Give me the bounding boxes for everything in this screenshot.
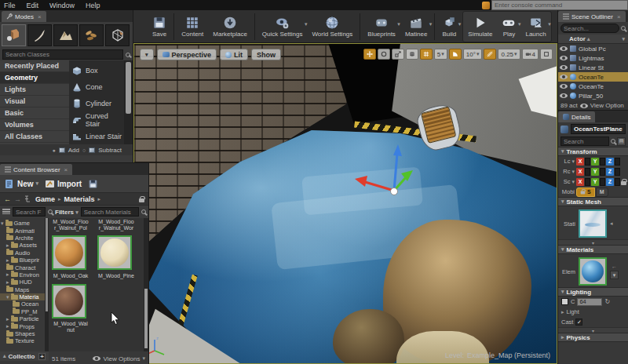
chevron-down-icon[interactable]: ▾ <box>548 21 551 27</box>
visibility-eye-icon[interactable] <box>560 65 568 70</box>
matinee-button[interactable]: Matinee ▾ <box>400 12 432 42</box>
import-button[interactable]: Import <box>45 179 82 189</box>
blueprints-button[interactable]: Blueprints ▾ <box>363 12 400 42</box>
x-value-field[interactable] <box>585 158 590 166</box>
outliner-row[interactable]: Pillar_50 <box>558 91 628 100</box>
mode-foliage-button[interactable] <box>79 24 104 46</box>
category-volumes[interactable]: Volumes <box>0 119 69 131</box>
outliner-search-input[interactable] <box>560 24 619 33</box>
lock-sources-icon[interactable] <box>139 198 144 202</box>
world-settings-button[interactable]: World Settings <box>307 12 357 42</box>
z-value-field[interactable] <box>615 178 620 186</box>
category-visual[interactable]: Visual <box>0 96 69 107</box>
asset-label[interactable]: M_Wood_Oak <box>50 273 91 279</box>
folder-item[interactable]: Audio <box>0 249 45 257</box>
breadcrumb-materials[interactable]: Materials <box>64 195 95 203</box>
brush-add-label[interactable]: Add <box>68 147 79 154</box>
asset-thumbnail-pine[interactable] <box>97 235 132 270</box>
build-button[interactable]: Build ▾ <box>437 12 461 42</box>
use-selected-icon[interactable]: ← <box>612 264 617 269</box>
folder-item[interactable]: Ocean <box>0 300 45 308</box>
folder-item[interactable]: Shapes <box>0 330 45 337</box>
outliner-row[interactable]: Linear St <box>558 63 628 72</box>
mode-geometry-button[interactable] <box>105 24 130 46</box>
reset-icon[interactable]: ↻ <box>604 298 610 305</box>
material-dropdown-button[interactable]: ▾ <box>610 271 619 279</box>
surface-snap-button[interactable] <box>406 49 418 60</box>
save-all-icon[interactable] <box>88 179 98 189</box>
save-button[interactable]: Save <box>148 12 171 42</box>
geometry-item-box[interactable]: Box <box>69 62 124 78</box>
lighting-section-header[interactable]: ▾ Lighting <box>558 287 628 297</box>
cast-shadows-checkbox[interactable]: ✓ <box>575 318 582 326</box>
y-value-field[interactable] <box>600 178 605 186</box>
scale-snap-value[interactable]: 0.25▾ <box>498 49 520 60</box>
asset-thumbnail-walnut[interactable] <box>52 284 86 318</box>
actor-name-field[interactable]: OceanTestPlane <box>571 124 626 134</box>
viewport-3d[interactable]: z Level: Example_Map (Persistent) ▾ Pers… <box>133 43 557 364</box>
material-thumbnail[interactable] <box>579 257 607 286</box>
scene-outliner-tab[interactable]: Scene Outliner × <box>558 11 626 22</box>
browse-left-icon[interactable]: ◂ <box>610 220 613 227</box>
geometry-item-linear-stair[interactable]: Linear Stair <box>69 128 124 144</box>
folder-item[interactable]: Maps <box>0 286 45 293</box>
details-display-button[interactable]: ▤ <box>617 137 626 146</box>
perspective-button[interactable]: Perspective <box>157 49 217 60</box>
asset-label[interactable]: M_Wood_Pine <box>96 273 137 279</box>
mode-paint-button[interactable] <box>27 24 52 46</box>
lock-scale-icon[interactable] <box>621 181 626 185</box>
geometry-item-cylinder[interactable]: Cylinder <box>69 95 124 111</box>
content-button[interactable]: Content <box>177 12 208 42</box>
lightmap-resolution-field[interactable]: 64 <box>577 298 602 306</box>
outliner-view-options[interactable]: View Option <box>590 102 624 109</box>
category-all-classes[interactable]: All Classes <box>0 131 69 143</box>
scale-tool-button[interactable] <box>392 49 404 60</box>
lightmass-settings-row[interactable]: ▸ Light <box>558 307 628 317</box>
details-search-input[interactable] <box>560 136 609 146</box>
category-basic[interactable]: Basic <box>0 107 69 119</box>
folder-item[interactable]: ▸Props <box>0 322 45 329</box>
folder-item[interactable]: ▸Blueprir <box>0 257 45 264</box>
search-assets-input[interactable] <box>81 207 139 217</box>
folder-item[interactable]: ▸Particle <box>0 315 45 322</box>
visibility-eye-icon[interactable] <box>560 75 568 79</box>
z-value-field[interactable] <box>615 158 620 166</box>
asset-label[interactable]: M_Wood_Floo r_Walnut_Pol <box>50 219 91 231</box>
folder-item[interactable]: Archite <box>0 235 45 242</box>
details-tab[interactable]: Details <box>558 111 595 122</box>
lit-button[interactable]: Lit <box>220 49 248 60</box>
geometry-item-cone[interactable]: Cone <box>69 78 124 95</box>
show-button[interactable]: Show <box>251 49 281 60</box>
sources-toggle-icon[interactable] <box>2 209 10 216</box>
filter-icon[interactable]: ▾ <box>622 36 625 42</box>
z-value-field[interactable] <box>615 168 620 176</box>
filters-button[interactable]: Filters ▾ <box>55 209 78 216</box>
new-asset-button[interactable]: New ▾ <box>5 179 38 189</box>
modes-close-icon[interactable]: × <box>38 13 42 20</box>
modes-tab[interactable]: Modes × <box>2 11 46 22</box>
visibility-eye-icon[interactable] <box>560 93 568 98</box>
mode-landscape-button[interactable] <box>53 24 78 46</box>
category-lights[interactable]: Lights <box>0 84 69 96</box>
asset-thumbnail-oak[interactable] <box>52 235 86 270</box>
mobility-movable-button[interactable]: M <box>596 187 608 197</box>
add-collection-button[interactable]: + <box>38 353 46 360</box>
grid-snap-value[interactable]: 5▾ <box>434 49 447 60</box>
asset-grid-scrollbar[interactable] <box>144 218 148 351</box>
visibility-eye-icon[interactable] <box>560 56 568 60</box>
radio-off-icon[interactable]: ○ <box>82 147 86 153</box>
camera-speed-button[interactable]: 4 <box>522 49 539 60</box>
transform-section-header[interactable]: ▾ Transform <box>558 147 628 156</box>
folder-item[interactable]: Charact <box>0 264 45 271</box>
outliner-close-icon[interactable]: × <box>617 13 621 20</box>
menu-window[interactable]: Window <box>49 2 75 9</box>
simulate-button[interactable]: Simulate <box>463 12 497 42</box>
rotation-label[interactable]: Rc ▾ <box>560 168 575 175</box>
search-classes-input[interactable] <box>2 49 123 60</box>
y-value-field[interactable] <box>600 168 605 176</box>
section-expander[interactable]: ▾ <box>558 239 628 245</box>
quick-settings-button[interactable]: Quick Settings ▾ <box>257 12 308 42</box>
collections-row[interactable]: ▴ Collectio + <box>0 351 49 361</box>
content-browser-tab[interactable]: Content Browser × <box>0 164 72 175</box>
move-tool-button[interactable] <box>363 49 376 60</box>
